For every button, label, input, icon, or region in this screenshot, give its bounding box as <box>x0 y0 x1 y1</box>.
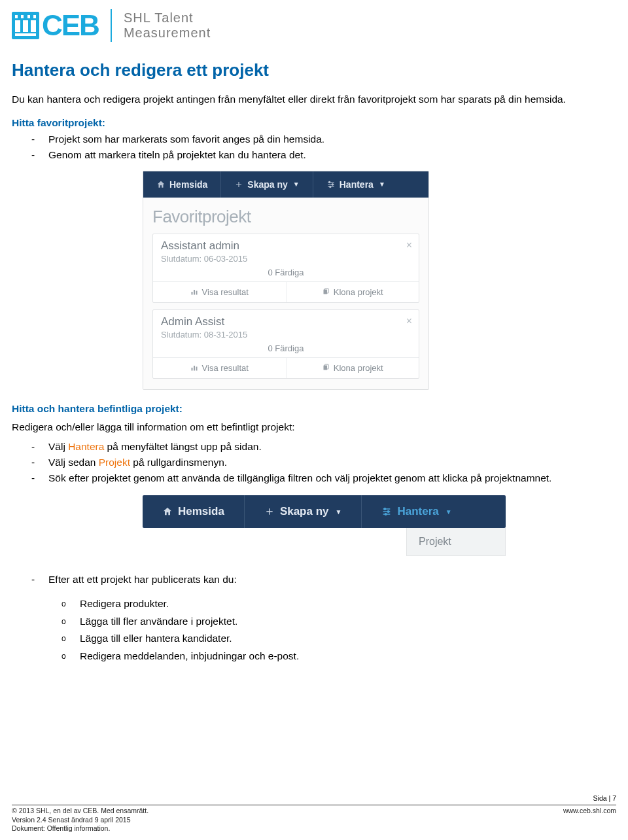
close-icon[interactable]: × <box>406 239 412 251</box>
clone-project-link[interactable]: Klona projekt <box>287 358 419 378</box>
nav-manage-label: Hantera <box>397 505 438 518</box>
svg-rect-9 <box>194 366 195 371</box>
nav-bar: Hemsida Skapa ny ▼ Hantera ▼ <box>143 171 428 198</box>
logo-tagline-line2: Measurement <box>124 26 211 41</box>
logo-tagline-line1: SHL Talent <box>124 10 211 26</box>
list-item: Efter att ett projekt har publicerats ka… <box>31 572 616 587</box>
nav-home-label: Hemsida <box>169 179 207 190</box>
view-results-link[interactable]: Visa resultat <box>153 358 287 378</box>
nav-create[interactable]: Skapa ny ▼ <box>221 171 313 198</box>
nav-manage[interactable]: Hantera ▼ <box>313 171 398 198</box>
view-results-label: Visa resultat <box>202 363 249 373</box>
footer-copyright: © 2013 SHL, en del av CEB. Med ensamrätt… <box>12 807 148 816</box>
list-text: Välj sedan <box>48 457 99 468</box>
embedded-screenshot-favourite-panel: Hemsida Skapa ny ▼ Hantera ▼ Favoritproj… <box>143 171 429 390</box>
list-item: Välj Hantera på menyfältet längst upp på… <box>31 439 616 455</box>
caret-down-icon: ▼ <box>336 508 342 516</box>
logo-header: CEB SHL Talent Measurement <box>12 9 616 42</box>
nav-create-label: Skapa ny <box>247 179 287 190</box>
section-heading-existing: Hitta och hantera befintliga projekt: <box>12 403 616 415</box>
nav-bar: Hemsida Skapa ny ▼ Hantera ▼ <box>143 495 506 528</box>
project-completed-count: 0 Färdiga <box>161 264 411 281</box>
project-card: × Admin Assist Slutdatum: 08-31-2015 0 F… <box>152 309 419 379</box>
sliders-icon <box>326 180 336 189</box>
clone-project-label: Klona projekt <box>334 287 383 297</box>
list-item: Sök efter projektet genom att använda de… <box>31 470 616 486</box>
svg-rect-10 <box>196 367 197 371</box>
caret-down-icon: ▼ <box>379 181 385 188</box>
clone-project-label: Klona projekt <box>334 363 383 373</box>
bar-chart-icon <box>190 288 198 296</box>
logo-separator <box>111 9 112 42</box>
page-number: Sida | 7 <box>593 794 616 802</box>
logo-building-icon <box>12 12 39 39</box>
footer-classification: Dokument: Offentlig information. <box>12 824 148 833</box>
svg-point-2 <box>329 186 330 187</box>
logo-ceb-text: CEB <box>42 9 99 42</box>
svg-point-1 <box>332 184 333 185</box>
list-item: Projekt som har markerats som favorit an… <box>31 131 616 147</box>
nav-manage-label: Hantera <box>340 179 374 190</box>
after-publish-sublist: Redigera produkter. Lägga till fler anvä… <box>61 595 616 664</box>
favourite-bullet-list: Projekt som har markerats som favorit an… <box>31 131 616 163</box>
list-item: Lägga till fler användare i projektet. <box>61 613 616 630</box>
project-name[interactable]: Assistant admin <box>161 239 411 253</box>
footer-url: www.ceb.shl.com <box>563 807 616 814</box>
nav-home[interactable]: Hemsida <box>143 495 245 528</box>
embedded-screenshot-nav-dropdown: Hemsida Skapa ny ▼ Hantera ▼ Projekt <box>143 495 506 556</box>
svg-rect-5 <box>196 291 197 295</box>
sliders-icon <box>381 506 392 517</box>
page-footer: © 2013 SHL, en del av CEB. Med ensamrätt… <box>12 805 616 833</box>
intro-paragraph: Du kan hantera och redigera projekt anti… <box>12 92 616 107</box>
svg-rect-3 <box>191 292 192 295</box>
project-end-date: Slutdatum: 06-03-2015 <box>161 254 411 264</box>
project-end-date: Slutdatum: 08-31-2015 <box>161 330 411 340</box>
close-icon[interactable]: × <box>406 315 412 327</box>
highlight-projekt: Projekt <box>99 457 130 468</box>
list-text: på menyfältet längst upp på sidan. <box>104 441 261 452</box>
plus-icon <box>264 506 275 517</box>
copy-icon <box>322 364 330 372</box>
highlight-hantera: Hantera <box>68 441 104 452</box>
footer-left: © 2013 SHL, en del av CEB. Med ensamrätt… <box>12 807 148 833</box>
list-text: Välj <box>48 441 68 452</box>
home-icon <box>156 180 166 189</box>
list-item: Välj sedan Projekt på rullgardinsmenyn. <box>31 455 616 470</box>
caret-down-icon: ▼ <box>293 181 300 188</box>
project-card: × Assistant admin Slutdatum: 06-03-2015 … <box>152 234 419 303</box>
list-item: Genom att markera titeln på projektet ka… <box>31 147 616 163</box>
logo-ceb-block: CEB <box>12 9 99 42</box>
copy-icon <box>322 288 330 296</box>
panel-title: Favoritprojekt <box>152 207 419 227</box>
page-title: Hantera och redigera ett projekt <box>12 60 616 80</box>
nav-home-label: Hemsida <box>178 505 224 518</box>
home-icon <box>162 506 173 517</box>
svg-rect-8 <box>191 368 192 371</box>
list-item: Redigera produkter. <box>61 595 616 612</box>
list-text: på rullgardinsmenyn. <box>130 457 227 468</box>
section-lede: Redigera och/eller lägga till informatio… <box>12 420 616 434</box>
clone-project-link[interactable]: Klona projekt <box>287 282 419 302</box>
nav-create-label: Skapa ny <box>280 505 329 518</box>
plus-icon <box>234 180 243 189</box>
nav-create[interactable]: Skapa ny ▼ <box>245 495 362 528</box>
svg-point-14 <box>388 511 390 513</box>
view-results-label: Visa resultat <box>202 287 249 297</box>
svg-rect-4 <box>194 290 195 295</box>
dropdown-item-projekt[interactable]: Projekt <box>406 528 506 556</box>
view-results-link[interactable]: Visa resultat <box>153 282 287 302</box>
nav-home[interactable]: Hemsida <box>143 171 221 198</box>
project-name[interactable]: Admin Assist <box>161 315 411 328</box>
section-heading-favourite: Hitta favoritprojekt: <box>12 117 616 129</box>
svg-point-13 <box>384 508 386 510</box>
svg-point-15 <box>385 514 387 516</box>
caret-down-icon: ▼ <box>445 508 452 516</box>
existing-bullet-list: Välj Hantera på menyfältet längst upp på… <box>31 439 616 486</box>
list-item: Redigera meddelanden, inbjudningar och e… <box>61 648 616 665</box>
nav-manage-active[interactable]: Hantera ▼ <box>362 495 471 528</box>
svg-point-0 <box>328 181 330 183</box>
footer-version: Version 2.4 Senast ändrad 9 april 2015 <box>12 816 148 825</box>
bar-chart-icon <box>190 364 198 372</box>
after-publish-list: Efter att ett projekt har publicerats ka… <box>31 572 616 587</box>
list-item: Lägga till eller hantera kandidater. <box>61 630 616 647</box>
